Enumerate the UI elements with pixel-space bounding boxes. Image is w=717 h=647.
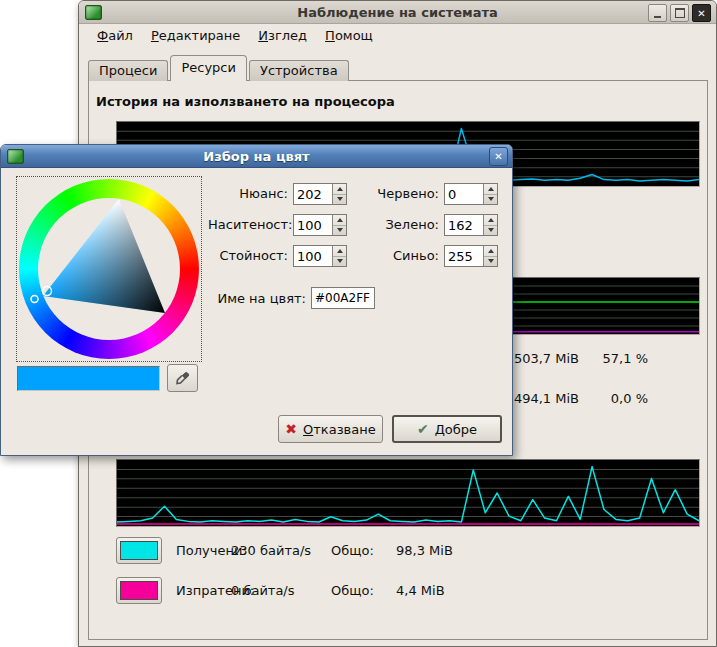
memory-percent: 57,1 % (579, 351, 648, 366)
tab-devices[interactable]: Устройства (249, 60, 349, 81)
maximize-icon (675, 8, 685, 18)
color-preview (17, 366, 160, 391)
tab-processes[interactable]: Процеси (88, 60, 168, 81)
main-window-title: Наблюдение на системата (79, 5, 716, 20)
received-total: 98,3 MiB (396, 543, 453, 558)
color-name-input[interactable] (311, 287, 375, 309)
saturation-label: Наситеност: (208, 214, 288, 236)
sent-total-label: Общо: (331, 583, 374, 598)
dialog-titlebar[interactable]: Избор на цвят ✕ (1, 145, 512, 168)
cpu-section-title: История на използването на процесора (96, 94, 395, 109)
received-color-swatch (120, 541, 158, 560)
spin-down-icon[interactable] (333, 194, 346, 205)
spin-down-icon[interactable] (484, 256, 497, 267)
hsv-triangle[interactable] (19, 179, 199, 359)
value-label: Стойност: (208, 245, 288, 267)
close-icon: ✕ (494, 151, 502, 162)
hue-input[interactable] (294, 184, 332, 204)
menu-file[interactable]: Файл (88, 26, 142, 45)
tab-bar: Процеси Ресурси Устройства (88, 56, 351, 81)
close-icon: ✕ (697, 8, 705, 19)
hue-selector[interactable] (31, 296, 38, 303)
red-spin-arrows[interactable] (483, 184, 497, 204)
menu-help[interactable]: Помощ (316, 26, 382, 45)
hue-spinbox[interactable] (293, 183, 347, 205)
swap-percent: 0,0 % (579, 391, 648, 406)
spin-up-icon[interactable] (484, 184, 497, 194)
spin-down-icon[interactable] (484, 194, 497, 205)
ok-button[interactable]: ✔ Добре (392, 415, 502, 443)
received-total-label: Общо: (331, 543, 374, 558)
sent-color-swatch (120, 581, 158, 600)
spin-up-icon[interactable] (333, 246, 346, 256)
eyedropper-button[interactable] (167, 364, 198, 392)
blue-input[interactable] (445, 246, 483, 266)
hue-wheel-focus-frame (16, 176, 202, 362)
received-rate: 230 байта/s (231, 543, 311, 558)
color-name-label: Име на цвят: (211, 288, 306, 310)
menubar: Файл Редактиране Изглед Помощ (80, 24, 715, 47)
minimize-icon (654, 16, 661, 18)
received-color-button[interactable] (116, 537, 162, 564)
green-input[interactable] (445, 215, 483, 235)
desktop: Наблюдение на системата ✕ Файл Редактира… (0, 0, 717, 647)
minimize-button[interactable] (648, 4, 667, 22)
spin-down-icon[interactable] (484, 225, 497, 236)
dialog-title: Избор на цвят (1, 149, 512, 164)
red-input[interactable] (445, 184, 483, 204)
saturation-spin-arrows[interactable] (332, 215, 346, 235)
ok-check-icon: ✔ (417, 422, 429, 436)
sent-color-button[interactable] (116, 577, 162, 604)
window-controls: ✕ (648, 4, 711, 22)
network-received-row: Получени: 230 байта/s Общо: 98,3 MiB (79, 537, 716, 565)
saturation-input[interactable] (294, 215, 332, 235)
color-picker-dialog: Избор на цвят ✕ (0, 144, 513, 456)
red-label: Червено: (359, 183, 439, 205)
cancel-x-icon: ✖ (285, 422, 297, 436)
hue-label: Нюанс: (208, 183, 288, 205)
green-label: Зелено: (359, 214, 439, 236)
network-history-chart (116, 459, 700, 527)
main-window-titlebar[interactable]: Наблюдение на системата ✕ (79, 1, 716, 24)
blue-spinbox[interactable] (444, 245, 498, 267)
blue-label: Синьо: (359, 245, 439, 267)
ok-button-label: Добре (435, 422, 477, 437)
red-spinbox[interactable] (444, 183, 498, 205)
spin-down-icon[interactable] (333, 256, 346, 267)
dialog-close-button[interactable]: ✕ (489, 147, 508, 166)
spin-down-icon[interactable] (333, 225, 346, 236)
saturation-spinbox[interactable] (293, 214, 347, 236)
blue-spin-arrows[interactable] (483, 246, 497, 266)
tab-resources[interactable]: Ресурси (170, 55, 247, 81)
spin-up-icon[interactable] (333, 184, 346, 194)
sent-total: 4,4 MiB (396, 583, 445, 598)
menu-view[interactable]: Изглед (249, 26, 316, 45)
spin-up-icon[interactable] (333, 215, 346, 225)
cancel-button[interactable]: ✖ Отказване (278, 415, 383, 443)
hue-spin-arrows[interactable] (332, 184, 346, 204)
green-spin-arrows[interactable] (483, 215, 497, 235)
network-sent-row: Изпратени: 0 байта/s Общо: 4,4 MiB (79, 577, 716, 605)
close-button[interactable]: ✕ (692, 4, 711, 22)
value-spinbox[interactable] (293, 245, 347, 267)
maximize-button[interactable] (670, 4, 689, 22)
cancel-button-label: Отказване (303, 422, 376, 437)
menu-edit[interactable]: Редактиране (142, 26, 249, 45)
eyedropper-icon (175, 370, 191, 386)
spin-up-icon[interactable] (484, 246, 497, 256)
green-spinbox[interactable] (444, 214, 498, 236)
sent-rate: 0 байта/s (231, 583, 295, 598)
value-input[interactable] (294, 246, 332, 266)
value-spin-arrows[interactable] (332, 246, 346, 266)
spin-up-icon[interactable] (484, 215, 497, 225)
